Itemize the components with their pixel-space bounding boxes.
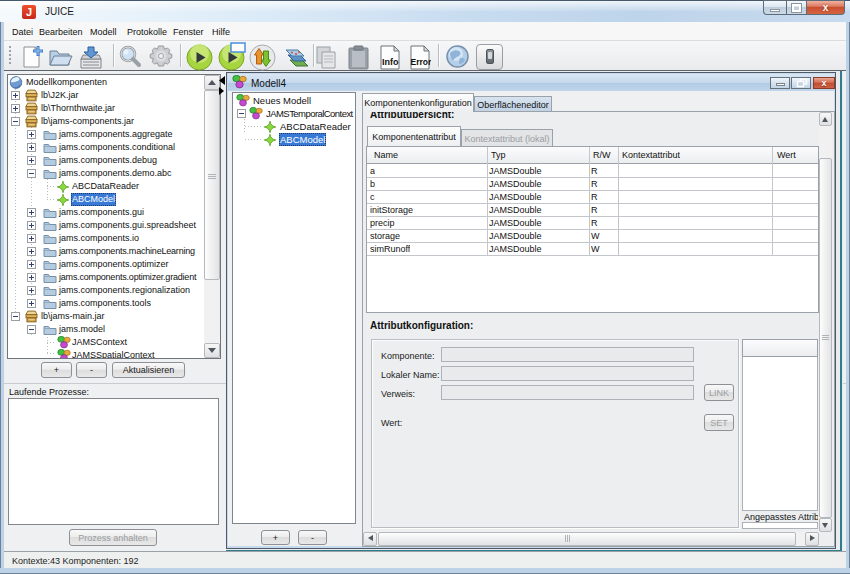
svg-text:Error: Error	[411, 57, 432, 67]
svg-text:Info: Info	[382, 57, 399, 67]
